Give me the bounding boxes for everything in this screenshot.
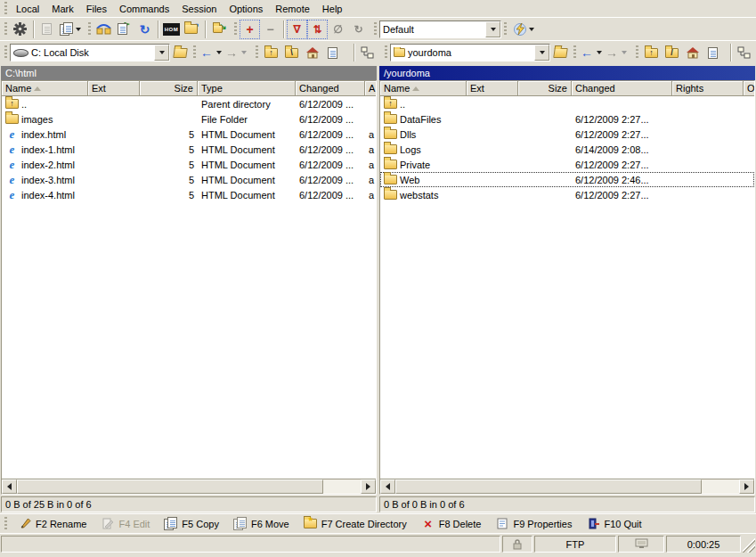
back-history-chevron-icon[interactable]	[216, 51, 222, 54]
home-button[interactable]	[682, 43, 703, 62]
combo-drop-button[interactable]	[534, 45, 549, 61]
tree-view-button[interactable]	[357, 43, 378, 62]
menu-session[interactable]: Session	[175, 2, 223, 16]
preferences-button[interactable]	[10, 20, 30, 39]
menu-help[interactable]: Help	[316, 2, 349, 16]
fkey-copy[interactable]: F5 Copy	[158, 515, 225, 532]
file-row[interactable]: Private6/12/2009 2:27...	[380, 157, 754, 172]
toolbar-grip[interactable]	[234, 22, 237, 37]
open-folder-button[interactable]	[550, 43, 571, 62]
menu-local[interactable]: Local	[10, 2, 45, 16]
parent-directory-button[interactable]: ↑	[641, 43, 662, 62]
queue-button[interactable]	[57, 20, 85, 39]
back-button[interactable]: ←	[199, 43, 215, 62]
refresh-panel-button[interactable]: ↻	[322, 43, 343, 62]
open-directory-button[interactable]: ↗	[182, 20, 202, 39]
scrollbar-track[interactable]	[702, 479, 739, 494]
file-row[interactable]: eindex.html5HTML Document6/12/2009 ...a	[2, 127, 376, 142]
file-row[interactable]: DataFiles6/12/2009 2:27...	[380, 111, 754, 127]
file-row[interactable]: Web6/12/2009 2:46...	[380, 172, 754, 187]
file-row[interactable]: webstats6/12/2009 2:27...	[380, 187, 754, 202]
toolbar-grip[interactable]	[4, 22, 7, 37]
file-row[interactable]: eindex-1.html5HTML Document6/12/2009 ...…	[2, 142, 376, 157]
back-history-chevron-icon[interactable]	[597, 51, 602, 54]
column-header-type[interactable]: Type	[198, 81, 296, 96]
scrollbar-thumb[interactable]	[17, 479, 323, 494]
fkey-quit[interactable]: F10 Quit	[580, 515, 647, 532]
open-folder-button[interactable]	[170, 43, 191, 62]
scroll-left-button[interactable]	[380, 479, 395, 494]
toolbar-grip[interactable]	[504, 22, 507, 37]
fkey-rename[interactable]: F2 Rename	[12, 515, 93, 532]
home-button[interactable]	[302, 43, 322, 62]
commander-view-button[interactable]	[93, 20, 114, 39]
local-horizontal-scrollbar[interactable]	[2, 479, 376, 494]
column-header-name[interactable]: Name	[380, 81, 467, 96]
file-row[interactable]: eindex-4.html5HTML Document6/12/2009 ...…	[2, 187, 376, 202]
combo-drop-button[interactable]	[154, 45, 169, 61]
fkey-properties[interactable]: F9 Properties	[489, 515, 578, 532]
file-row[interactable]: Logs6/14/2009 2:08...	[380, 142, 754, 157]
resize-grip[interactable]	[743, 536, 755, 553]
column-header-attr[interactable]: A	[365, 81, 376, 96]
transfer-settings-combo[interactable]: Default	[379, 20, 501, 38]
menu-commands[interactable]: Commands	[113, 2, 175, 16]
fkey-create-directory[interactable]: *F7 Create Directory	[297, 515, 413, 532]
column-header-ext[interactable]: Ext	[88, 81, 140, 96]
combo-drop-button[interactable]	[485, 21, 500, 37]
fkey-move[interactable]: F6 Move	[227, 515, 296, 532]
back-button[interactable]: ←	[579, 43, 595, 62]
toolbar-grip[interactable]	[636, 45, 638, 60]
column-header-name[interactable]: Name	[2, 81, 88, 96]
column-header-size[interactable]: Size	[518, 81, 572, 96]
menu-files[interactable]: Files	[80, 2, 113, 16]
column-header-changed[interactable]: Changed	[572, 81, 672, 96]
file-row[interactable]: Dlls6/12/2009 2:27...	[380, 127, 754, 142]
fkey-delete[interactable]: ×F8 Delete	[415, 515, 488, 532]
sort-button[interactable]: ⇅	[307, 20, 328, 39]
refresh-panel-button[interactable]: ↻	[703, 43, 723, 62]
filter-button[interactable]: ∇	[287, 20, 307, 39]
toolbar-grip[interactable]	[573, 45, 576, 60]
add-bookmark-button[interactable]: +	[240, 20, 260, 39]
toolbar-grip[interactable]	[374, 22, 377, 37]
toolbar-grip[interactable]	[88, 22, 91, 37]
column-header-rights[interactable]: Rights	[672, 81, 744, 96]
menu-mark[interactable]: Mark	[45, 2, 79, 16]
synchronize-button[interactable]: ↘	[208, 20, 232, 39]
scroll-right-button[interactable]	[739, 479, 754, 494]
scrollbar-track[interactable]	[323, 479, 361, 494]
toolbar-grip[interactable]	[193, 45, 196, 60]
drive-combo[interactable]: C: Local Disk	[10, 44, 170, 61]
file-row[interactable]: ↑..Parent directory6/12/2009 ...	[2, 96, 376, 111]
tree-view-button[interactable]	[734, 43, 754, 62]
refresh-button[interactable]: ↻	[134, 20, 155, 39]
transfer-settings-value[interactable]: Default	[380, 24, 485, 35]
file-row[interactable]: eindex-2.html5HTML Document6/12/2009 ...…	[2, 157, 376, 172]
column-header-changed[interactable]: Changed	[296, 81, 365, 96]
explorer-view-button[interactable]	[114, 20, 134, 39]
file-row[interactable]: imagesFile Folder6/12/2009 ...	[2, 111, 376, 127]
scroll-left-button[interactable]	[2, 479, 17, 494]
column-header-ext[interactable]: Ext	[467, 81, 518, 96]
scroll-right-button[interactable]	[361, 479, 376, 494]
parent-directory-button[interactable]: ↑	[261, 43, 281, 62]
file-row[interactable]: ↑..	[380, 96, 754, 111]
root-directory-button[interactable]: \	[281, 43, 302, 62]
remote-horizontal-scrollbar[interactable]	[380, 479, 754, 494]
column-header-size[interactable]: Size	[140, 81, 198, 96]
toolbar-grip[interactable]	[4, 45, 7, 60]
scrollbar-thumb[interactable]	[395, 479, 702, 494]
home-directory-button[interactable]: HOM	[161, 20, 182, 39]
file-row[interactable]: eindex-3.html5HTML Document6/12/2009 ...…	[2, 172, 376, 187]
toolbar-grip[interactable]	[256, 45, 258, 60]
column-header-owner[interactable]: O	[744, 81, 754, 96]
menu-remote[interactable]: Remote	[269, 2, 316, 16]
transfer-mode-button[interactable]	[509, 20, 540, 39]
root-directory-button[interactable]: /	[662, 43, 682, 62]
toolbar-grip[interactable]	[385, 45, 387, 60]
toolbar-grip[interactable]	[4, 517, 7, 531]
menu-grip[interactable]	[4, 2, 7, 16]
remote-directory-combo[interactable]: yourdoma	[390, 44, 550, 61]
menu-options[interactable]: Options	[223, 2, 269, 16]
